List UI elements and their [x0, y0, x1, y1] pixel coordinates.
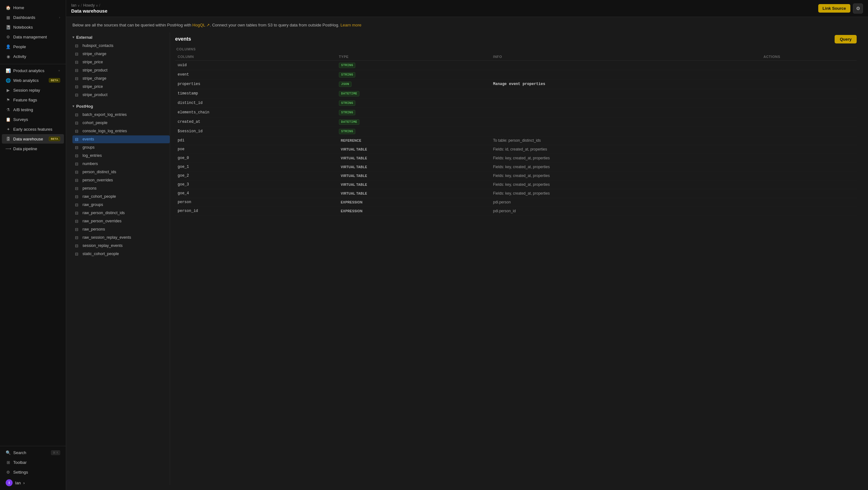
- data-warehouse-icon: 🗄: [6, 136, 11, 142]
- table-item[interactable]: ⊟ raw_person_overrides: [72, 217, 170, 225]
- table-item[interactable]: ⊟ raw_cohort_people: [72, 193, 170, 201]
- sidebar-item-activity[interactable]: ◉ Activity: [2, 52, 64, 61]
- sidebar-item-web-analytics[interactable]: 🌐 Web analytics BETA: [2, 75, 64, 85]
- table-item[interactable]: ⊟ batch_export_log_entries: [72, 111, 170, 119]
- table-item[interactable]: ⊟ events: [72, 135, 170, 143]
- sidebar-item-surveys[interactable]: 📋 Surveys: [2, 115, 64, 124]
- table-name: console_logs_log_entries: [83, 129, 127, 133]
- breadcrumb-ian[interactable]: Ian ∨: [71, 3, 80, 7]
- product-analytics-plus-icon[interactable]: +: [58, 69, 60, 72]
- table-row: properties JSON Manage event properties: [175, 79, 857, 89]
- table-name: session_replay_events: [83, 243, 123, 248]
- type-badge: STRING: [339, 72, 355, 78]
- col-type: VIRTUAL TABLE: [336, 162, 491, 171]
- table-item[interactable]: ⊟ raw_persons: [72, 225, 170, 233]
- col-name: event: [175, 70, 336, 79]
- table-item[interactable]: ⊟ numbers: [72, 160, 170, 168]
- search-kbd: ⌘ K: [51, 450, 60, 455]
- sidebar-label-people: People: [13, 44, 60, 49]
- table-name: stripe_product: [83, 68, 107, 72]
- sidebar-item-notebooks[interactable]: 📓 Notebooks: [2, 22, 64, 32]
- sidebar-label-ab-testing: A/B testing: [13, 108, 60, 112]
- type-badge: VIRTUAL TABLE: [339, 156, 369, 161]
- table-item[interactable]: ⊟ stripe_charge: [72, 50, 170, 58]
- sidebar-label-early-access: Early access features: [13, 127, 60, 132]
- table-icon: ⊟: [75, 161, 80, 166]
- table-row: person_id EXPRESSION pdi.person_id: [175, 207, 857, 215]
- sidebar-analytics-section: 📊 Product analytics +🌐 Web analytics BET…: [0, 64, 66, 155]
- table-item[interactable]: ⊟ cohort_people: [72, 119, 170, 127]
- table-name: raw_persons: [83, 227, 105, 232]
- table-item[interactable]: ⊟ session_replay_events: [72, 242, 170, 250]
- sidebar-item-people[interactable]: 👤 People: [2, 42, 64, 51]
- gear-button[interactable]: ⚙: [853, 3, 863, 13]
- info-text: Fields: id, created_at, properties: [493, 147, 547, 151]
- col-actions: [761, 89, 857, 98]
- col-header-type: TYPE: [336, 53, 491, 61]
- table-row: event STRING: [175, 70, 857, 79]
- sidebar-item-data-management[interactable]: ⚙ Data management: [2, 32, 64, 41]
- sidebar-item-product-analytics[interactable]: 📊 Product analytics +: [2, 66, 64, 75]
- table-item[interactable]: ⊟ person_distinct_ids: [72, 168, 170, 176]
- table-item[interactable]: ⊟ hubspot_contacts: [72, 42, 170, 50]
- table-icon: ⊟: [75, 113, 80, 117]
- table-icon: ⊟: [75, 227, 80, 232]
- posthog-section-header[interactable]: ▾ PostHog: [72, 101, 170, 111]
- col-actions: [761, 117, 857, 127]
- breadcrumb-ian-label: Ian: [71, 3, 76, 7]
- sidebar-item-home[interactable]: 🏠 Home: [2, 3, 64, 12]
- sidebar-item-settings[interactable]: ⚙ Settings: [2, 467, 64, 477]
- table-item[interactable]: ⊟ stripe_product: [72, 66, 170, 74]
- sidebar-label-data-management: Data management: [13, 35, 60, 39]
- table-item[interactable]: ⊟ stripe_product: [72, 91, 170, 99]
- table-item[interactable]: ⊟ stripe_price: [72, 83, 170, 91]
- table-item[interactable]: ⊟ stripe_charge: [72, 74, 170, 83]
- table-item[interactable]: ⊟ raw_groups: [72, 201, 170, 209]
- link-source-button[interactable]: Link Source: [818, 4, 850, 12]
- col-type: DATETIME: [336, 89, 491, 98]
- table-item[interactable]: ⊟ groups: [72, 144, 170, 151]
- sidebar-item-feature-flags[interactable]: ⚑ Feature flags: [2, 95, 64, 104]
- col-actions: [761, 70, 857, 79]
- table-item[interactable]: ⊟ static_cohort_people: [72, 250, 170, 258]
- sidebar-item-ab-testing[interactable]: ⚗ A/B testing: [2, 105, 64, 114]
- table-list-panel: ▾ External ⊟ hubspot_contacts⊟ stripe_ch…: [72, 32, 170, 485]
- sidebar-label-notebooks: Notebooks: [13, 25, 60, 30]
- col-type: VIRTUAL TABLE: [336, 189, 491, 198]
- table-item[interactable]: ⊟ log_entries: [72, 152, 170, 160]
- sidebar-user[interactable]: I Ian ›: [2, 477, 64, 488]
- table-icon: ⊟: [75, 170, 80, 175]
- external-section-header[interactable]: ▾ External: [72, 32, 170, 41]
- learn-more-link[interactable]: Learn more: [340, 23, 361, 27]
- hogql-link[interactable]: HogQL ↗: [192, 23, 210, 27]
- detail-title: events: [175, 36, 191, 42]
- table-name: raw_person_distinct_ids: [83, 211, 125, 215]
- query-button[interactable]: Query: [835, 35, 857, 43]
- sidebar-item-search[interactable]: 🔍 Search ⌘ K: [2, 448, 64, 457]
- web-analytics-badge: BETA: [49, 78, 60, 83]
- sidebar-label-web-analytics: Web analytics: [13, 78, 46, 83]
- columns-header-row: COLUMN TYPE INFO ACTIONS: [175, 53, 857, 61]
- sidebar-label-product-analytics: Product analytics: [13, 68, 56, 73]
- table-item[interactable]: ⊟ console_logs_log_entries: [72, 127, 170, 135]
- table-item[interactable]: ⊟ raw_session_replay_events: [72, 234, 170, 242]
- sidebar-item-dashboards[interactable]: ▦ Dashboards ›: [2, 12, 64, 22]
- data-warehouse-body: ▾ External ⊟ hubspot_contacts⊟ stripe_ch…: [72, 32, 862, 485]
- type-badge: VIRTUAL TABLE: [339, 165, 369, 170]
- table-item[interactable]: ⊟ persons: [72, 185, 170, 192]
- table-row: poe VIRTUAL TABLE Fields: id, created_at…: [175, 145, 857, 154]
- sidebar-item-data-warehouse[interactable]: 🗄 Data warehouse BETA: [2, 134, 64, 144]
- home-icon: 🏠: [6, 5, 11, 10]
- sidebar-item-session-replay[interactable]: ▶ Session replay: [2, 85, 64, 95]
- breadcrumb-howdy[interactable]: Howdy ∨: [83, 3, 98, 7]
- table-icon: ⊟: [75, 76, 80, 81]
- sidebar-item-early-access[interactable]: ✦ Early access features: [2, 124, 64, 134]
- table-item[interactable]: ⊟ person_overrides: [72, 176, 170, 184]
- detail-header: events Query: [175, 32, 857, 47]
- sidebar-item-toolbar[interactable]: ⊞ Toolbar: [2, 458, 64, 467]
- table-item[interactable]: ⊟ raw_person_distinct_ids: [72, 209, 170, 217]
- table-item[interactable]: ⊟ stripe_price: [72, 58, 170, 66]
- col-header-actions: ACTIONS: [761, 53, 857, 61]
- sidebar-item-data-pipeline[interactable]: ⟶ Data pipeline: [2, 144, 64, 153]
- settings-icon: ⚙: [6, 469, 11, 474]
